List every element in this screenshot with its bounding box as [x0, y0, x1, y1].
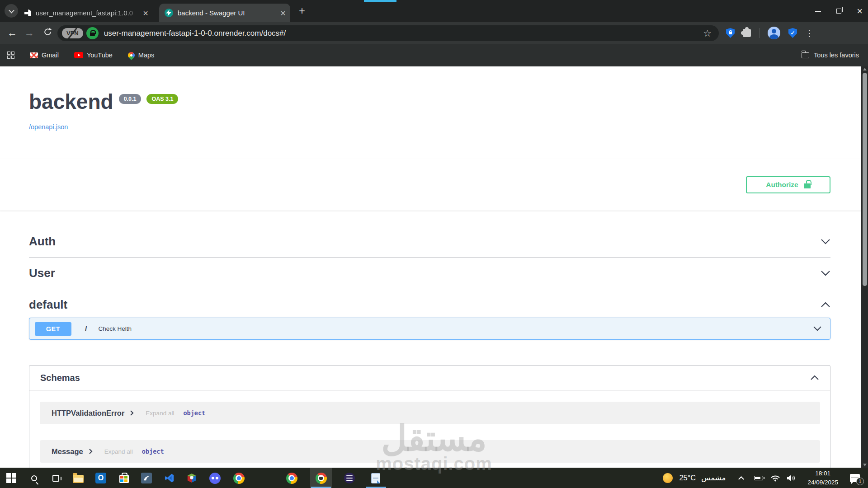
address-bar[interactable]: VPN user-management-fastapi-1-0-0.onrend…	[57, 25, 719, 41]
shield-check-icon[interactable]: ✓	[788, 28, 797, 38]
bookmarks-bar: Gmail YouTube Maps Tous les favoris	[0, 44, 868, 66]
tag-row-auth[interactable]: Auth	[29, 226, 830, 258]
tag-title: Auth	[29, 235, 56, 249]
fastapi-icon	[165, 9, 173, 17]
bookmark-label: YouTube	[87, 52, 113, 59]
chevron-down-icon[interactable]	[821, 239, 830, 244]
chevron-down-icon[interactable]	[813, 325, 822, 333]
chevron-up-icon[interactable]	[810, 375, 819, 380]
bookmark-label: Maps	[138, 52, 154, 59]
file-explorer-button[interactable]	[72, 472, 84, 484]
schemas-section: Schemas HTTPValidationError Expand all o…	[29, 365, 830, 483]
vscode-button[interactable]	[164, 472, 175, 484]
page-scrollbar[interactable]	[861, 66, 868, 468]
mysql-workbench-button[interactable]	[141, 472, 152, 484]
close-tab-icon[interactable]: ×	[280, 9, 286, 18]
all-favorites-button[interactable]: Tous les favoris	[802, 52, 859, 59]
start-button[interactable]	[5, 472, 17, 484]
chevron-down-icon[interactable]	[821, 270, 830, 276]
authorize-button[interactable]: Authorize	[746, 176, 830, 193]
outlook-button[interactable]: O	[95, 472, 107, 484]
secure-lock-icon[interactable]	[86, 27, 99, 39]
browser-tab-active[interactable]: backend - Swagger UI ×	[159, 4, 290, 22]
browser-tab-inactive[interactable]: user_management_fastapi:1.0.0 ×	[19, 4, 153, 22]
volume-icon[interactable]	[787, 474, 796, 482]
discord-button[interactable]	[209, 472, 221, 484]
oas-badge: OAS 3.1	[146, 94, 178, 104]
browser-menu-icon[interactable]: ⋮	[805, 28, 814, 38]
eclipse-button[interactable]	[344, 472, 355, 484]
model-httpvalidationerror[interactable]: HTTPValidationError Expand all object	[40, 402, 820, 424]
reload-button[interactable]	[43, 27, 52, 39]
url-text[interactable]: user-management-fastapi-1-0-0.onrender.c…	[104, 29, 703, 38]
separator	[759, 28, 760, 38]
weather-condition[interactable]: مشمس	[701, 474, 726, 482]
model-message[interactable]: Message Expand all object	[40, 440, 820, 463]
bookmark-star-icon[interactable]: ☆	[703, 28, 712, 39]
battery-icon[interactable]	[754, 476, 763, 480]
expand-all-button[interactable]: Expand all	[146, 410, 174, 417]
clock-date: 24/09/2025	[807, 478, 838, 487]
maps-icon	[127, 50, 136, 60]
lock-glyph	[729, 32, 732, 34]
microsoft-store-button[interactable]	[118, 472, 130, 484]
back-button[interactable]: ←	[7, 27, 17, 39]
weather-temp[interactable]: 25°C	[679, 474, 696, 482]
scroll-up-arrow[interactable]	[863, 68, 867, 70]
bookmark-maps[interactable]: Maps	[128, 52, 154, 59]
notepad-icon	[371, 473, 380, 483]
forward-button[interactable]: →	[24, 27, 34, 39]
profile-avatar[interactable]	[768, 27, 780, 39]
taskbar-search-button[interactable]	[28, 472, 40, 484]
tag-row-default[interactable]: default	[29, 289, 830, 321]
chevron-right-icon[interactable]	[89, 448, 93, 455]
gmail-icon	[30, 52, 38, 58]
notepad-button[interactable]	[370, 472, 382, 484]
operation-get-root[interactable]: GET / Check Helth	[29, 318, 830, 340]
schemas-header[interactable]: Schemas	[29, 366, 830, 390]
chrome-icon	[286, 473, 297, 484]
model-name: HTTPValidationError	[52, 409, 124, 418]
tab-search-button[interactable]	[5, 4, 18, 18]
close-window-button[interactable]: ×	[857, 6, 863, 16]
tab-title: user_management_fastapi:1.0.0	[36, 9, 140, 17]
bookmark-gmail[interactable]: Gmail	[30, 52, 59, 59]
chrome-button[interactable]	[233, 472, 245, 484]
tag-section-auth: Auth User default	[29, 226, 830, 321]
chevron-right-icon[interactable]	[130, 410, 134, 416]
chrome-locked-profile-button[interactable]	[315, 472, 327, 484]
scrollbar-thumb[interactable]	[863, 73, 867, 286]
taskbar: O 25°C مشمس 18:01 24/09/2025 1	[0, 468, 868, 488]
eclipse-icon	[344, 473, 355, 483]
apps-grid-icon[interactable]	[7, 52, 14, 59]
expand-all-button[interactable]: Expand all	[104, 448, 133, 455]
scroll-down-arrow[interactable]	[863, 464, 867, 466]
cube-app-button[interactable]	[186, 472, 198, 484]
browser-titlebar: user_management_fastapi:1.0.0 × backend …	[0, 0, 868, 22]
notification-center-button[interactable]: 1	[850, 474, 860, 482]
shield-lock-extension-icon[interactable]	[726, 28, 735, 38]
chrome-icon	[233, 473, 245, 484]
tag-row-user[interactable]: User	[29, 258, 830, 289]
taskbar-clock[interactable]: 18:01 24/09/2025	[807, 469, 838, 487]
page-title: backend	[29, 91, 113, 112]
bookmark-youtube[interactable]: YouTube	[74, 52, 113, 59]
chrome-secondary-button[interactable]	[286, 472, 297, 484]
minimize-button[interactable]	[815, 11, 821, 12]
task-view-icon	[52, 475, 59, 482]
system-tray: 25°C مشمس 18:01 24/09/2025 1	[663, 468, 868, 488]
openapi-spec-link[interactable]: /openapi.json	[29, 123, 68, 131]
folder-icon	[802, 52, 809, 58]
wifi-icon[interactable]	[770, 474, 780, 482]
close-tab-icon[interactable]: ×	[143, 9, 148, 18]
task-view-button[interactable]	[50, 472, 61, 484]
operation-summary: Check Helth	[98, 325, 132, 332]
extensions-puzzle-icon[interactable]	[743, 29, 751, 37]
tray-expand-icon[interactable]	[739, 476, 745, 482]
restore-button[interactable]	[836, 9, 841, 14]
new-tab-button[interactable]: +	[296, 5, 308, 17]
recording-indicator-bar	[364, 0, 396, 2]
vpn-extension-badge[interactable]: VPN	[62, 28, 83, 38]
chevron-up-icon[interactable]	[821, 302, 830, 308]
schemas-title: Schemas	[40, 373, 80, 383]
